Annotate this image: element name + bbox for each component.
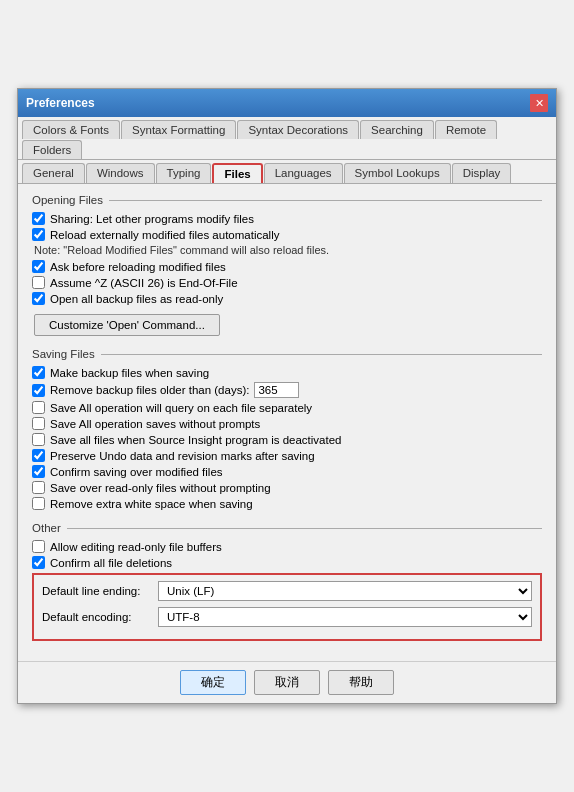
tab-typing[interactable]: Typing (156, 163, 212, 183)
checkbox-save-readonly: Save over read-only files without prompt… (32, 481, 542, 494)
tab-windows[interactable]: Windows (86, 163, 155, 183)
checkbox-sharing: Sharing: Let other programs modify files (32, 212, 542, 225)
checkbox-saveall-noprompt-input[interactable] (32, 417, 45, 430)
checkbox-save-deactivate-label: Save all files when Source Insight progr… (50, 434, 342, 446)
checkbox-allow-editing-input[interactable] (32, 540, 45, 553)
checkbox-sharing-input[interactable] (32, 212, 45, 225)
checkbox-reload-input[interactable] (32, 228, 45, 241)
tabs-row-2: General Windows Typing Files Languages S… (18, 160, 556, 184)
line-ending-row: Default line ending: Unix (LF) Windows (… (42, 581, 532, 601)
bottom-bar: 确定 取消 帮助 (18, 661, 556, 703)
checkbox-ask-reload-label: Ask before reloading modified files (50, 261, 226, 273)
opening-files-section: Opening Files Sharing: Let other program… (32, 194, 542, 336)
help-button[interactable]: 帮助 (328, 670, 394, 695)
customize-open-button[interactable]: Customize 'Open' Command... (34, 314, 220, 336)
line-ending-label: Default line ending: (42, 585, 152, 597)
tab-searching[interactable]: Searching (360, 120, 434, 139)
checkbox-backup-saving-label: Make backup files when saving (50, 367, 209, 379)
checkbox-assume-ctrl-z-label: Assume ^Z (ASCII 26) is End-Of-File (50, 277, 238, 289)
checkbox-backup-readonly-input[interactable] (32, 292, 45, 305)
checkbox-backup-readonly-label: Open all backup files as read-only (50, 293, 223, 305)
line-ending-select[interactable]: Unix (LF) Windows (CR/LF) Mac (CR) (158, 581, 532, 601)
checkbox-saveall-query: Save All operation will query on each fi… (32, 401, 542, 414)
tab-syntax-formatting[interactable]: Syntax Formatting (121, 120, 236, 139)
checkbox-preserve-undo: Preserve Undo data and revision marks af… (32, 449, 542, 462)
checkbox-reload: Reload externally modified files automat… (32, 228, 542, 241)
checkbox-saveall-query-input[interactable] (32, 401, 45, 414)
tab-colors-fonts[interactable]: Colors & Fonts (22, 120, 120, 139)
tabs-row-1: Colors & Fonts Syntax Formatting Syntax … (18, 117, 556, 160)
checkbox-remove-whitespace-label: Remove extra white space when saving (50, 498, 253, 510)
checkbox-save-deactivate-input[interactable] (32, 433, 45, 446)
checkbox-saveall-query-label: Save All operation will query on each fi… (50, 402, 312, 414)
checkbox-confirm-delete-label: Confirm all file deletions (50, 557, 172, 569)
checkbox-save-deactivate: Save all files when Source Insight progr… (32, 433, 542, 446)
tab-remote[interactable]: Remote (435, 120, 497, 139)
encoding-select[interactable]: UTF-8 UTF-16 ASCII ISO-8859-1 (158, 607, 532, 627)
opening-files-header: Opening Files (32, 194, 542, 206)
tab-symbol-lookups[interactable]: Symbol Lookups (344, 163, 451, 183)
checkbox-allow-editing: Allow editing read-only file buffers (32, 540, 542, 553)
close-button[interactable]: ✕ (530, 94, 548, 112)
dialog-title: Preferences (26, 96, 95, 110)
days-input[interactable] (254, 382, 299, 398)
tab-files[interactable]: Files (212, 163, 262, 183)
saving-files-header: Saving Files (32, 348, 542, 360)
checkbox-ask-reload: Ask before reloading modified files (32, 260, 542, 273)
checkbox-assume-ctrl-z-input[interactable] (32, 276, 45, 289)
checkbox-backup-readonly: Open all backup files as read-only (32, 292, 542, 305)
checkbox-save-readonly-label: Save over read-only files without prompt… (50, 482, 271, 494)
checkbox-remove-whitespace-input[interactable] (32, 497, 45, 510)
checkbox-preserve-undo-label: Preserve Undo data and revision marks af… (50, 450, 315, 462)
preferences-dialog: Preferences ✕ Colors & Fonts Syntax Form… (17, 88, 557, 704)
highlighted-dropdowns: Default line ending: Unix (LF) Windows (… (32, 573, 542, 641)
checkbox-saveall-noprompt-label: Save All operation saves without prompts (50, 418, 260, 430)
checkbox-save-readonly-input[interactable] (32, 481, 45, 494)
cancel-button[interactable]: 取消 (254, 670, 320, 695)
checkbox-remove-whitespace: Remove extra white space when saving (32, 497, 542, 510)
reload-note: Note: "Reload Modified Files" command wi… (32, 244, 542, 256)
checkbox-remove-backup-input[interactable] (32, 384, 45, 397)
checkbox-sharing-label: Sharing: Let other programs modify files (50, 213, 254, 225)
encoding-label: Default encoding: (42, 611, 152, 623)
confirm-button[interactable]: 确定 (180, 670, 246, 695)
checkbox-remove-backup-label: Remove backup files older than (days): (50, 384, 249, 396)
checkbox-backup-saving-input[interactable] (32, 366, 45, 379)
encoding-row: Default encoding: UTF-8 UTF-16 ASCII ISO… (42, 607, 532, 627)
checkbox-confirm-modified-input[interactable] (32, 465, 45, 478)
other-header: Other (32, 522, 542, 534)
checkbox-confirm-modified: Confirm saving over modified files (32, 465, 542, 478)
tab-syntax-decorations[interactable]: Syntax Decorations (237, 120, 359, 139)
tab-display[interactable]: Display (452, 163, 512, 183)
remove-backup-row: Remove backup files older than (days): (32, 382, 542, 398)
checkbox-ask-reload-input[interactable] (32, 260, 45, 273)
other-section: Other Allow editing read-only file buffe… (32, 522, 542, 641)
tab-folders[interactable]: Folders (22, 140, 82, 159)
checkbox-backup-saving: Make backup files when saving (32, 366, 542, 379)
tab-general[interactable]: General (22, 163, 85, 183)
checkbox-preserve-undo-input[interactable] (32, 449, 45, 462)
checkbox-confirm-modified-label: Confirm saving over modified files (50, 466, 223, 478)
title-bar: Preferences ✕ (18, 89, 556, 117)
checkbox-saveall-noprompt: Save All operation saves without prompts (32, 417, 542, 430)
checkbox-assume-ctrl-z: Assume ^Z (ASCII 26) is End-Of-File (32, 276, 542, 289)
checkbox-confirm-delete: Confirm all file deletions (32, 556, 542, 569)
tab-languages[interactable]: Languages (264, 163, 343, 183)
content-area: Opening Files Sharing: Let other program… (18, 184, 556, 661)
checkbox-confirm-delete-input[interactable] (32, 556, 45, 569)
checkbox-reload-label: Reload externally modified files automat… (50, 229, 279, 241)
saving-files-section: Saving Files Make backup files when savi… (32, 348, 542, 510)
checkbox-allow-editing-label: Allow editing read-only file buffers (50, 541, 222, 553)
